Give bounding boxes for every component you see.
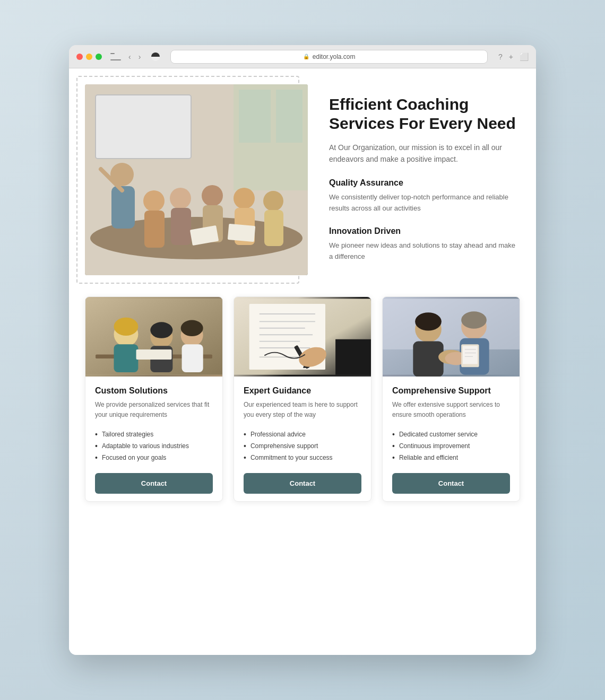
card-custom-solutions: Custom Solutions We provide personalized… xyxy=(85,296,223,502)
maximize-button[interactable] xyxy=(96,54,102,60)
svg-point-15 xyxy=(234,188,255,209)
svg-rect-10 xyxy=(144,211,165,248)
feature2-text: We pioneer new ideas and solutions to st… xyxy=(329,240,520,262)
svg-rect-34 xyxy=(136,349,172,360)
card3-image xyxy=(383,297,520,377)
card1-bullet-3: Focused on your goals xyxy=(95,452,213,463)
card3-bullet-1: Dedicated customer service xyxy=(392,428,510,440)
svg-rect-59 xyxy=(463,346,478,364)
card2-image xyxy=(234,297,371,377)
help-button[interactable]: ? xyxy=(498,52,503,61)
card2-contact-button[interactable]: Contact xyxy=(244,473,361,494)
minimize-button[interactable] xyxy=(86,54,92,60)
address-bar[interactable]: 🔒 editor.yola.com xyxy=(170,50,488,64)
svg-rect-12 xyxy=(171,208,191,245)
card2-bullet-3: Commitment to your success xyxy=(244,452,361,463)
card3-title: Comprehensive Support xyxy=(392,386,510,396)
svg-rect-18 xyxy=(264,210,283,246)
card1-body: Custom Solutions We provide personalized… xyxy=(85,377,222,501)
svg-rect-32 xyxy=(182,344,203,372)
card3-contact-button[interactable]: Contact xyxy=(392,473,510,494)
browser-toolbar: ‹ › 🔒 editor.yola.com ? + ⬜ xyxy=(69,45,536,68)
browser-window: ‹ › 🔒 editor.yola.com ? + ⬜ xyxy=(69,45,536,655)
svg-rect-26 xyxy=(114,344,139,372)
url-text: editor.yola.com xyxy=(313,53,356,60)
svg-point-55 xyxy=(461,311,487,328)
card2-bullet-1: Professional advice xyxy=(244,428,361,440)
card2-bullet-2: Comprehensive support xyxy=(244,440,361,452)
feature1-text: We consistently deliver top-notch perfor… xyxy=(329,192,520,214)
card-expert-guidance: Expert Guidance Our experienced team is … xyxy=(234,296,371,502)
svg-point-17 xyxy=(263,191,283,211)
nav-buttons: ‹ › xyxy=(126,51,143,62)
svg-rect-3 xyxy=(276,90,302,143)
card2-bullets: Professional advice Comprehensive suppor… xyxy=(244,428,361,463)
hero-image-container xyxy=(85,84,308,275)
svg-point-30 xyxy=(150,322,172,338)
feature2-title: Innovation Driven xyxy=(329,226,520,236)
hero-heading: Efficient Coaching Services For Every Ne… xyxy=(329,95,520,133)
forward-button[interactable]: › xyxy=(136,51,143,62)
card2-title: Expert Guidance xyxy=(244,386,361,396)
svg-marker-47 xyxy=(335,339,371,375)
card1-desc: We provide personalized services that fi… xyxy=(95,400,213,420)
card3-body: Comprehensive Support We offer extensive… xyxy=(383,377,520,501)
card3-bullet-3: Reliable and efficient xyxy=(392,452,510,463)
add-tab-button[interactable]: + xyxy=(509,52,513,61)
top-section: Efficient Coaching Services For Every Ne… xyxy=(80,84,525,275)
card3-desc: We offer extensive support services to e… xyxy=(392,400,510,420)
svg-rect-8 xyxy=(111,186,135,229)
svg-point-27 xyxy=(114,318,139,336)
card1-bullet-2: Adaptable to various industries xyxy=(95,440,213,452)
svg-rect-2 xyxy=(239,90,271,143)
theme-icon xyxy=(151,52,160,61)
svg-rect-49 xyxy=(383,299,520,349)
svg-rect-4 xyxy=(96,95,191,159)
card1-title: Custom Solutions xyxy=(95,386,213,396)
card3-bullets: Dedicated customer service Continuous im… xyxy=(392,428,510,463)
back-button[interactable]: ‹ xyxy=(126,51,133,62)
feature1-title: Quality Assurance xyxy=(329,178,520,188)
text-side: Efficient Coaching Services For Every Ne… xyxy=(329,84,520,275)
card2-desc: Our experienced team is here to support … xyxy=(244,400,361,420)
svg-point-52 xyxy=(415,312,442,330)
hero-image xyxy=(85,84,308,275)
card1-image xyxy=(85,297,222,377)
svg-point-13 xyxy=(202,185,223,206)
page-wrapper: Efficient Coaching Services For Every Ne… xyxy=(80,84,525,644)
toolbar-actions: ? + ⬜ xyxy=(498,52,529,61)
svg-point-9 xyxy=(143,190,165,212)
svg-point-33 xyxy=(181,320,203,336)
card2-body: Expert Guidance Our experienced team is … xyxy=(234,377,371,501)
lock-icon: 🔒 xyxy=(303,54,309,59)
sidebar-toggle-icon[interactable] xyxy=(110,53,121,60)
hero-subtitle: At Our Organization, our mission is to e… xyxy=(329,142,520,165)
card3-bullet-2: Continuous improvement xyxy=(392,440,510,452)
cards-section: Custom Solutions We provide personalized… xyxy=(80,296,525,502)
more-button[interactable]: ⬜ xyxy=(520,52,529,61)
card1-bullet-1: Tailored strategies xyxy=(95,428,213,440)
browser-content: Efficient Coaching Services For Every Ne… xyxy=(69,68,536,655)
traffic-lights xyxy=(76,54,102,60)
card1-bullets: Tailored strategies Adaptable to various… xyxy=(95,428,213,463)
svg-rect-21 xyxy=(228,224,255,242)
svg-point-11 xyxy=(170,188,191,209)
card1-contact-button[interactable]: Contact xyxy=(95,473,213,494)
card-comprehensive-support: Comprehensive Support We offer extensive… xyxy=(382,296,520,502)
close-button[interactable] xyxy=(76,54,83,60)
